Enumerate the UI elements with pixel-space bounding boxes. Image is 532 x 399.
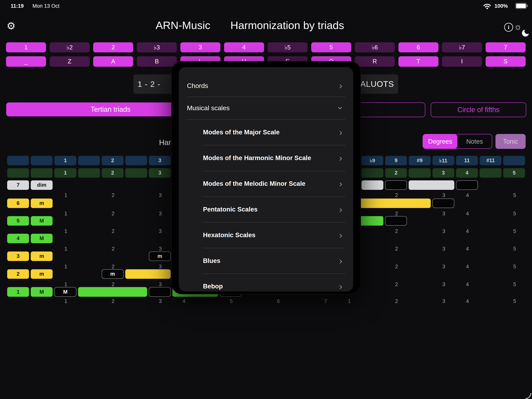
grid-pill[interactable]: M (54, 287, 76, 297)
grid-number: 3 (432, 281, 456, 287)
grid-pill[interactable]: 3 (149, 168, 171, 178)
grid-number: 2 (385, 246, 408, 252)
grid-pill[interactable] (7, 168, 29, 178)
grid-pill[interactable]: M (31, 234, 53, 243)
grid-pill[interactable]: 9 (385, 156, 407, 165)
grid-pill[interactable] (361, 180, 383, 190)
grid-number: 2 (101, 281, 125, 287)
grid-number: 4 (172, 298, 196, 304)
chevron-right-icon: › (339, 256, 342, 265)
grid-number: 1 (54, 228, 77, 234)
grid-number: 5 (503, 211, 526, 216)
grid-pill[interactable]: 3 (149, 156, 171, 165)
grid-pill[interactable]: 4 (456, 168, 478, 178)
menu-item-label: Hexatonic Scales (203, 231, 255, 239)
grid-number: 1 (54, 298, 77, 304)
grid-pill[interactable]: 1 (54, 156, 76, 165)
grid-number: 4 (456, 246, 479, 252)
grid-number: 3 (148, 228, 172, 234)
grid-pill[interactable]: 3 (7, 252, 29, 261)
grid-pill[interactable] (125, 156, 147, 165)
grid-pill[interactable]: 11 (456, 156, 478, 165)
grid-number: 2 (385, 211, 408, 216)
grid-pill[interactable]: 2 (385, 168, 407, 178)
grid-pill[interactable]: m (31, 252, 53, 261)
menu-item-bebop[interactable]: Bebop› (179, 273, 353, 291)
grid-pill[interactable]: 7 (7, 180, 29, 190)
grid-number: 1 (54, 211, 77, 216)
grid-pill[interactable]: 2 (102, 168, 124, 178)
grid-number: 2 (385, 264, 408, 269)
chevron-right-icon: › (339, 179, 342, 188)
grid-pill[interactable] (432, 198, 454, 208)
grid-number: 4 (456, 211, 479, 216)
grid-pill[interactable]: m (31, 269, 53, 279)
grid-number: 3 (432, 211, 456, 216)
grid-pill[interactable]: ♭11 (432, 156, 454, 165)
menu-item-hexatonic-scales[interactable]: Hexatonic Scales› (179, 222, 353, 248)
grid-pill[interactable] (503, 156, 525, 165)
grid-number: 5 (503, 281, 526, 287)
grid-pill[interactable]: 1 (7, 287, 29, 297)
menu-item-modes-of-the-melodic-minor-scale[interactable]: Modes of the Melodic Minor Scale› (179, 171, 353, 196)
menu-item-modes-of-the-harmonic-minor-scale[interactable]: Modes of the Harmonic Minor Scale› (179, 145, 353, 171)
grid-pill[interactable] (31, 156, 53, 165)
grid-pill[interactable] (149, 287, 171, 297)
grid-number: 2 (101, 264, 125, 269)
chevron-right-icon: › (339, 205, 342, 214)
grid-pill[interactable] (78, 156, 100, 165)
menu-item-label: Bebop (203, 283, 223, 290)
corner-swipe-indicator-icon (517, 385, 532, 399)
grid-number: 3 (148, 246, 172, 252)
grid-pill[interactable] (125, 269, 171, 279)
grid-number: 4 (456, 281, 479, 287)
chevron-right-icon: › (339, 282, 342, 291)
grid-pill[interactable] (409, 168, 431, 178)
grid-number: 4 (456, 298, 479, 304)
menu-item-pentatonic-scales[interactable]: Pentatonic Scales› (179, 196, 353, 222)
grid-number: 5 (219, 298, 243, 304)
grid-pill[interactable] (456, 180, 478, 190)
grid-pill[interactable]: 5 (503, 168, 525, 178)
grid-pill[interactable]: #9 (409, 156, 431, 165)
menu-item-chords[interactable]: Chords› (179, 75, 353, 97)
grid-pill[interactable]: 5 (7, 216, 29, 226)
grid-pill[interactable]: M (31, 216, 53, 226)
grid-pill[interactable] (78, 287, 147, 297)
grid-pill[interactable]: 2 (102, 156, 124, 165)
grid-pill[interactable]: 6 (7, 198, 29, 208)
grid-pill[interactable]: ♭9 (361, 156, 383, 165)
menu-item-blues[interactable]: Blues› (179, 248, 353, 273)
grid-pill[interactable] (7, 156, 29, 165)
menu-item-musical-scales[interactable]: Musical scales› (179, 97, 353, 119)
grid-number: 3 (148, 192, 172, 198)
grid-pill[interactable]: dim (31, 180, 53, 190)
menu-item-modes-of-the-major-scale[interactable]: Modes of the Major Scale› (179, 119, 353, 145)
grid-pill[interactable]: 2 (7, 269, 29, 279)
grid-pill[interactable] (409, 180, 454, 190)
grid-pill[interactable] (361, 168, 383, 178)
grid-pill[interactable] (385, 180, 407, 190)
grid-number: 2 (101, 211, 125, 216)
grid-pill[interactable]: 3 (432, 168, 454, 178)
grid-number: 3 (148, 264, 172, 269)
grid-number: 5 (503, 192, 526, 198)
grid-pill[interactable]: m (102, 269, 124, 279)
grid-number: 4 (456, 228, 479, 234)
grid-pill[interactable] (385, 216, 407, 226)
grid-number: 3 (148, 211, 172, 216)
grid-pill[interactable] (78, 168, 100, 178)
grid-pill[interactable] (31, 168, 53, 178)
grid-pill[interactable]: 1 (54, 168, 76, 178)
grid-pill[interactable] (480, 168, 501, 178)
grid-number: 1 (54, 246, 77, 252)
grid-pill[interactable]: m (31, 198, 53, 208)
grid-pill[interactable]: m (149, 252, 171, 261)
grid-pill[interactable] (125, 168, 147, 178)
grid-number: 2 (101, 246, 125, 252)
grid-number: 5 (503, 228, 526, 234)
grid-pill[interactable]: #11 (480, 156, 501, 165)
grid-pill[interactable]: M (31, 287, 53, 297)
grid-number: 3 (148, 281, 172, 287)
grid-pill[interactable]: 4 (7, 234, 29, 243)
